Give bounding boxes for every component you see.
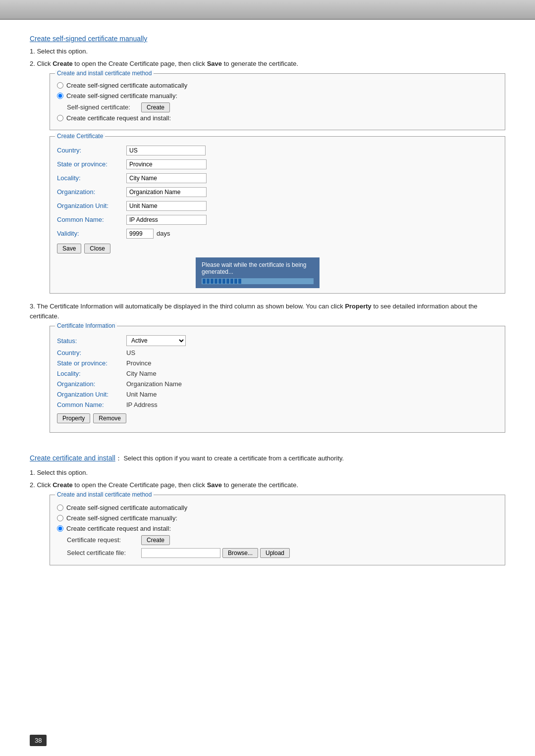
save-button[interactable]: Save [57, 244, 81, 253]
locality-input[interactable] [126, 173, 207, 183]
install-radio-request-label: Create certificate request and install: [66, 525, 171, 532]
section3-step2-prefix: 2. Click [30, 481, 53, 489]
cert-create-button[interactable]: Create [141, 535, 170, 545]
country-row: Country: [57, 146, 498, 155]
install-radio-manual-input[interactable] [57, 515, 63, 521]
panel-legend: Create and install certificate method [55, 70, 154, 77]
install-radio-auto-label: Create self-signed certificate automatic… [66, 504, 187, 511]
cert-file-input[interactable] [141, 548, 220, 558]
step2-suffix: to open the Create Certificate page, the… [73, 60, 207, 67]
validity-input[interactable] [126, 229, 154, 239]
info-orgunit-label: Organization Unit: [57, 391, 126, 398]
country-label: Country: [57, 147, 126, 154]
step2-bold: Create [53, 60, 72, 67]
section3-step2: 2. Click Create to open the Create Certi… [30, 480, 505, 491]
radio-request-label: Create certificate request and install: [66, 114, 171, 122]
info-locality-row: Locality: City Name [57, 370, 498, 377]
status-label: Status: [57, 337, 126, 345]
org-input[interactable] [126, 187, 207, 197]
radio-auto-input[interactable] [57, 82, 63, 89]
self-signed-row: Self-signed certificate: Create [67, 102, 498, 112]
validity-label: Validity: [57, 230, 126, 237]
info-orgunit-value: Unit Name [126, 391, 157, 398]
orgunit-input[interactable] [126, 201, 207, 211]
radio-request[interactable]: Create certificate request and install: [57, 114, 498, 122]
state-row: State or province: [57, 159, 498, 169]
section-title-manual: Create self-signed certificate manually [30, 35, 505, 43]
property-button[interactable]: Property [57, 413, 90, 423]
section3-step2-bold: Create [53, 481, 72, 489]
cert-request-row: Certificate request: Create [67, 535, 498, 545]
info-locality-value: City Name [126, 370, 157, 377]
commonname-input[interactable] [126, 215, 207, 225]
cert-file-label: Select certificate file: [67, 549, 141, 556]
step3-text: 3. The Certificate Information will auto… [30, 302, 505, 322]
status-row: Status: Active [57, 335, 498, 346]
page-number: 38 [30, 735, 47, 746]
section3-step2-suffix2: to generate the certificate. [222, 481, 298, 489]
country-input[interactable] [126, 146, 206, 155]
section3-title-colon: ： [115, 454, 122, 462]
install-method-panel: Create and install certificate method Cr… [50, 73, 505, 130]
cert-info-panel: Certificate Information Status: Active C… [50, 326, 505, 433]
commonname-row: Common Name: [57, 215, 498, 225]
stripe-7 [226, 279, 229, 284]
radio-manual-label: Create self-signed certificate manually: [66, 92, 177, 100]
step2-bold2: Save [207, 60, 222, 67]
radio-request-input[interactable] [57, 115, 63, 121]
step2-text: 2. Click Create to open the Create Certi… [30, 59, 505, 69]
radio-manual[interactable]: Create self-signed certificate manually: [57, 92, 498, 100]
info-country-row: Country: US [57, 349, 498, 356]
info-org-value: Organization Name [126, 380, 182, 388]
step2-prefix: 2. Click [30, 60, 53, 67]
org-label: Organization: [57, 188, 126, 196]
cert-info-form: Status: Active Country: US State or prov… [50, 326, 505, 432]
info-state-value: Province [126, 359, 152, 367]
locality-row: Locality: [57, 173, 498, 183]
info-org-row: Organization: Organization Name [57, 380, 498, 388]
orgunit-label: Organization Unit: [57, 202, 126, 209]
stripe-9 [234, 279, 237, 284]
top-bar [0, 0, 535, 20]
progress-stripes [202, 278, 314, 284]
state-input[interactable] [126, 159, 207, 169]
info-org-label: Organization: [57, 380, 126, 388]
install-radio-auto[interactable]: Create self-signed certificate automatic… [57, 504, 498, 511]
close-button[interactable]: Close [84, 244, 110, 253]
step1-text: 1. Select this option. [30, 47, 505, 57]
step2-suffix2: to generate the certificate. [222, 60, 298, 67]
create-button[interactable]: Create [141, 102, 170, 112]
section-manual-cert: Create self-signed certificate manually … [30, 35, 505, 294]
radio-auto[interactable]: Create self-signed certificate automatic… [57, 82, 498, 89]
create-cert-panel: Create Certificate Country: State or pro… [50, 136, 505, 294]
radio-manual-input[interactable] [57, 93, 63, 99]
install-radio-manual[interactable]: Create self-signed certificate manually: [57, 514, 498, 522]
cert-request-label: Certificate request: [67, 536, 141, 544]
install-radio-auto-input[interactable] [57, 504, 63, 511]
stripe-1 [203, 279, 206, 284]
section-create-install: Create certificate and install： Select t… [30, 453, 505, 565]
section3-step2-bold2: Save [207, 481, 222, 489]
form-buttons: Save Close [57, 244, 498, 253]
upload-button[interactable]: Upload [260, 548, 290, 558]
radio-auto-label: Create self-signed certificate automatic… [66, 82, 187, 89]
state-label: State or province: [57, 160, 126, 168]
main-content: Create self-signed certificate manually … [0, 20, 535, 601]
install-radio-request-input[interactable] [57, 525, 63, 532]
browse-button[interactable]: Browse... [222, 548, 258, 558]
section3-step1: 1. Select this option. [30, 468, 505, 478]
status-select[interactable]: Active [126, 335, 186, 346]
install-radio-request[interactable]: Create certificate request and install: [57, 525, 498, 532]
orgunit-row: Organization Unit: [57, 201, 498, 211]
cert-info-buttons: Property Remove [57, 413, 498, 423]
remove-button[interactable]: Remove [93, 413, 126, 423]
info-locality-label: Locality: [57, 370, 126, 377]
info-orgunit-row: Organization Unit: Unit Name [57, 391, 498, 398]
stripe-3 [211, 279, 214, 284]
info-country-label: Country: [57, 349, 126, 356]
progress-bar [202, 278, 314, 284]
stripe-5 [218, 279, 221, 284]
locality-label: Locality: [57, 174, 126, 182]
info-commonname-label: Common Name: [57, 401, 126, 408]
days-label: days [157, 230, 170, 237]
